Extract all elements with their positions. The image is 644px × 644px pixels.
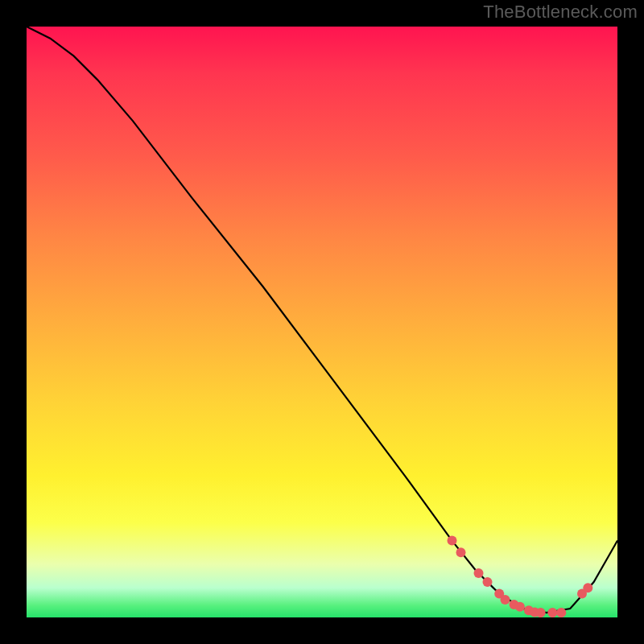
highlight-marker [583,583,592,592]
highlight-marker [556,608,566,617]
bottleneck-curve [27,27,617,613]
highlight-marker [501,595,510,605]
watermark-text: TheBottleneck.com [483,2,638,23]
curve-svg [27,27,617,617]
chart-container: TheBottleneck.com [0,0,644,644]
highlight-marker [448,536,457,546]
highlight-marker [483,577,493,587]
highlight-marker [547,608,557,617]
highlight-marker [536,608,546,617]
highlight-marker [515,602,525,612]
highlight-marker [474,568,484,578]
plot-area [27,27,617,617]
highlight-marker [456,547,466,557]
marker-group [448,536,593,617]
